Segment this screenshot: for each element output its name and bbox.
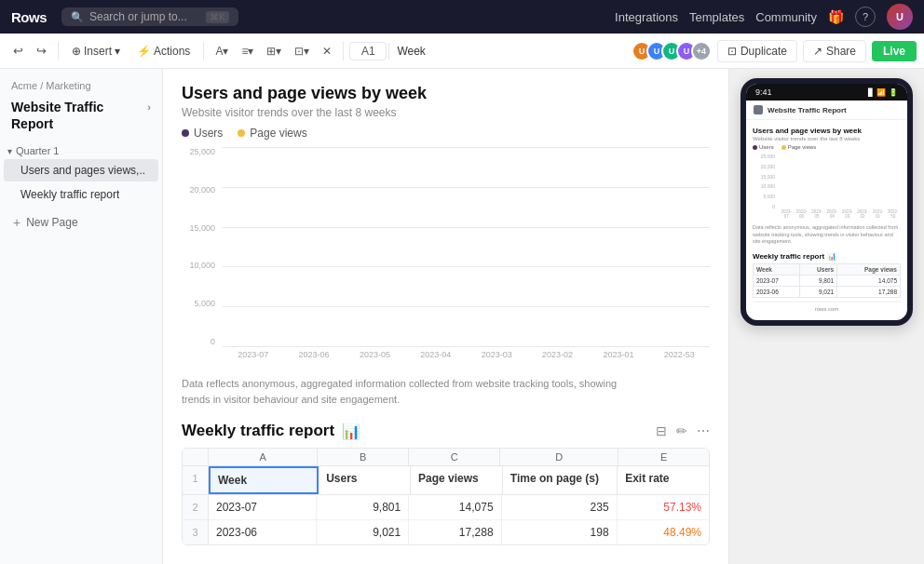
col-b-header[interactable]: B [318,449,409,465]
phone-status-bar: 9:41 ▊ 📶 🔋 [746,84,907,101]
brand-logo: Rows [11,9,47,25]
nav-link-templates[interactable]: Templates [689,10,744,24]
cell-1-a[interactable]: Week [209,466,319,494]
sidebar-item-users-pages[interactable]: Users and pages views,.. [4,159,158,181]
insert-label: Insert [84,45,112,58]
phone-legend-pv-label: Page views [788,144,817,150]
phone-legend-users-label: Users [759,144,774,150]
toolbar-right: U U U U +4 ⊡ Duplicate ↗ Share Live [632,40,917,62]
phone-chart-title: Users and page views by week [753,127,901,135]
add-page-label: New Page [26,216,77,229]
x-label-0: 2023-07 [223,350,283,370]
phone-footer: rows.com [753,302,901,314]
user-avatar[interactable]: U [887,4,913,30]
x-axis: 2023-07 2023-06 2023-05 2023-04 2023-03 … [223,350,710,370]
data-row-header: 1 Week Users Page views Time on page (s)… [183,466,709,495]
table-header-actions: ⊟ ✏ ⋯ [656,423,710,438]
col-d-header[interactable]: D [500,449,618,465]
x-label-5: 2023-02 [527,350,588,370]
actions-button[interactable]: ⚡ Actions [129,41,197,61]
cell-2-a[interactable]: 2023-07 [209,495,317,519]
cell-1-b[interactable]: Users [319,466,411,494]
format-button[interactable]: A▾ [210,41,234,61]
data-row-3: 3 2023-06 9,021 17,288 198 48.49% [183,520,709,544]
gift-icon[interactable]: 🎁 [828,9,844,24]
help-icon[interactable]: ? [855,7,876,27]
col-e-header[interactable]: E [618,449,709,465]
avatar-group: U U U U +4 [632,41,712,61]
legend-users-label: Users [194,127,223,140]
row-num-header [183,449,209,465]
toolbar-separator-3 [343,42,344,60]
insert-button[interactable]: ⊕ Insert ▾ [64,41,128,61]
toolbar-separator-1 [58,42,59,60]
cell-3-a[interactable]: 2023-06 [209,520,317,544]
phone-app-titlebar: Website Traffic Report [746,101,907,120]
legend-pageviews: Page views [238,127,306,140]
add-page-button[interactable]: + New Page [4,210,158,235]
phone-weekly-title-text: Weekly traffic report [753,252,824,261]
phone-chart-subtitle: Website visitor trends over the last 8 w… [753,136,901,141]
nav-link-community[interactable]: Community [755,10,817,24]
phone-td-pv-2: 17,288 [837,287,901,298]
x-label-7: 2022-53 [649,350,710,370]
phone-th-pv: Page views [837,264,901,275]
row-num-3: 3 [183,520,209,544]
y-label-2: 15,000 [189,223,215,233]
share-button[interactable]: ↗ Share [803,40,866,62]
cell-3-e[interactable]: 48.49% [618,520,709,544]
cell-2-c[interactable]: 14,075 [409,495,501,519]
add-page-icon: + [13,215,20,230]
redo-button[interactable]: ↪ [31,40,52,61]
cell-2-b[interactable]: 9,801 [317,495,409,519]
cell-1-d[interactable]: Time on page (s) [503,466,618,494]
chart-container: 25,000 20,000 15,000 10,000 5,000 0 [182,147,710,370]
sidebar-item-users-pages-text: Users and pages views,.. [20,164,145,177]
embed-button[interactable]: ⊞▾ [261,41,287,61]
view-button[interactable]: ⊡▾ [289,41,315,61]
phone-app-title: Website Traffic Report [768,106,847,114]
page-title: Website Traffic Report › [0,97,162,141]
align-button[interactable]: ≡▾ [236,41,259,61]
cell-2-d[interactable]: 235 [502,495,618,519]
live-button[interactable]: Live [872,41,917,61]
edit-icon[interactable]: ✏ [676,423,687,438]
col-c-header[interactable]: C [409,449,500,465]
avatar-count: +4 [691,41,712,61]
col-a-header[interactable]: A [209,449,318,465]
page-title-chevron[interactable]: › [147,101,151,114]
filter-icon[interactable]: ⊟ [656,423,667,438]
clear-button[interactable]: ✕ [317,41,337,61]
phone-x-axis: 2023-07 2023-06 2023-05 2023-04 2023-03 … [779,209,901,221]
phone-weekly-title: Weekly traffic report 📊 [753,252,901,261]
nav-link-integrations[interactable]: Integrations [615,10,678,24]
cell-1-e[interactable]: Exit rate [618,466,709,494]
sidebar-item-weekly-traffic[interactable]: Weekly traffic report [4,183,158,206]
phone-legend: Users Page views [753,144,901,150]
cell-2-e[interactable]: 57.13% [618,495,709,519]
chart-section: Users and page views by week Website vis… [182,84,710,407]
y-axis: 25,000 20,000 15,000 10,000 5,000 0 [182,147,221,346]
y-label-1: 20,000 [189,185,215,195]
sidebar-section[interactable]: ▾ Quarter 1 [0,141,162,158]
undo-button[interactable]: ↩ [7,40,29,61]
actions-label: Actions [154,45,190,58]
legend-users: Users [182,127,223,140]
more-icon[interactable]: ⋯ [697,423,710,438]
y-label-0: 25,000 [189,147,215,156]
cell-1-c[interactable]: Page views [411,466,503,494]
x-label-1: 2023-06 [283,350,344,370]
cell-3-d[interactable]: 198 [502,520,618,544]
cell-3-b[interactable]: 9,021 [317,520,409,544]
table-section: Weekly traffic report 📊 ⊟ ✏ ⋯ A B C D E [182,422,710,545]
cell-3-c[interactable]: 17,288 [409,520,501,544]
chart-title: Users and page views by week [182,84,710,103]
duplicate-button[interactable]: ⊡ Duplicate [717,40,797,62]
main-layout: Acme / Marketing Website Traffic Report … [0,69,924,564]
search-bar[interactable]: 🔍 Search or jump to... ⌘K [61,7,238,26]
share-label: Share [826,45,856,58]
phone-td-users-1: 9,801 [799,275,836,287]
signal-icon: ▊ [868,88,874,97]
chart-footnote: Data reflects anonymous, aggregated info… [182,376,647,407]
cell-value-display: Week [388,43,630,60]
